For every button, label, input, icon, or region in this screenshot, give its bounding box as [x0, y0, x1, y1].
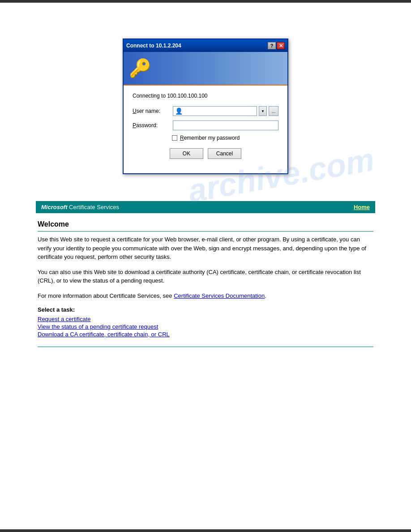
password-label: Password: [133, 122, 173, 129]
dialog-help-button[interactable]: ? [268, 42, 276, 49]
cert-header: Microsoft Certificate Services Home [36, 201, 375, 213]
task-request-link[interactable]: Request a certificate [38, 316, 373, 322]
welcome-heading: Welcome [38, 220, 373, 232]
bottom-border [0, 529, 411, 532]
cert-paragraph-3: For more information about Certificate S… [38, 292, 373, 300]
user-icon: 👤 [175, 107, 183, 115]
cert-task-heading: Select a task: [38, 306, 373, 313]
cert-home-link[interactable]: Home [354, 204, 370, 210]
dialog-title-buttons: ? ✕ [268, 42, 285, 49]
remember-label: Remember my password [180, 135, 240, 141]
task-view-status-link[interactable]: View the status of a pending certificate… [38, 323, 373, 330]
cert-divider [38, 347, 373, 347]
dialog-titlebar: Connect to 10.1.2.204 ? ✕ [124, 39, 287, 52]
connect-dialog: Connect to 10.1.2.204 ? ✕ 🔑 Connecting t… [123, 39, 288, 174]
cert-doc-link[interactable]: Certificate Services Documentation [174, 292, 265, 299]
username-row: User name: 👤 ▼ ... [133, 106, 278, 116]
username-browse-button[interactable]: ... [269, 106, 278, 116]
task-download-link[interactable]: Download a CA certificate, certificate c… [38, 331, 373, 338]
dialog-banner: 🔑 [124, 52, 287, 86]
remember-checkbox-row: Remember my password [172, 135, 278, 141]
cancel-button[interactable]: Cancel [208, 148, 241, 159]
cert-para3-prefix: For more information about Certificate S… [38, 292, 174, 299]
connecting-text: Connecting to 100.100.100.100 [133, 93, 278, 99]
dialog-footer: OK Cancel [133, 141, 278, 166]
dialog-area: Connect to 10.1.2.204 ? ✕ 🔑 Connecting t… [0, 3, 411, 192]
cert-paragraph-1: Use this Web site to request a certifica… [38, 235, 373, 262]
cert-title-text: Certificate Services [68, 204, 120, 210]
dialog-title: Connect to 10.1.2.204 [126, 43, 181, 49]
username-input-group: 👤 ▼ ... [173, 106, 278, 116]
password-input[interactable] [173, 120, 278, 130]
ok-button[interactable]: OK [170, 148, 203, 159]
cert-task-list: Request a certificate View the status of… [38, 316, 373, 338]
password-input-group [173, 120, 278, 130]
keys-icon: 🔑 [129, 58, 151, 79]
remember-checkbox[interactable] [172, 135, 177, 141]
cert-services-page: Microsoft Certificate Services Home Welc… [36, 201, 375, 347]
dialog-close-button[interactable]: ✕ [277, 42, 285, 49]
username-display: 👤 [173, 106, 257, 116]
password-row: Password: [133, 120, 278, 130]
cert-brand: Microsoft [41, 204, 68, 210]
cert-para3-period: . [265, 292, 266, 299]
dialog-body: Connecting to 100.100.100.100 User name:… [124, 86, 287, 173]
cert-paragraph-2: You can also use this Web site to downlo… [38, 268, 373, 285]
cert-content: Welcome Use this Web site to request a c… [36, 220, 375, 347]
cert-header-title: Microsoft Certificate Services [41, 204, 119, 210]
username-dropdown-button[interactable]: ▼ [259, 106, 267, 116]
username-label: User name: [133, 108, 173, 114]
